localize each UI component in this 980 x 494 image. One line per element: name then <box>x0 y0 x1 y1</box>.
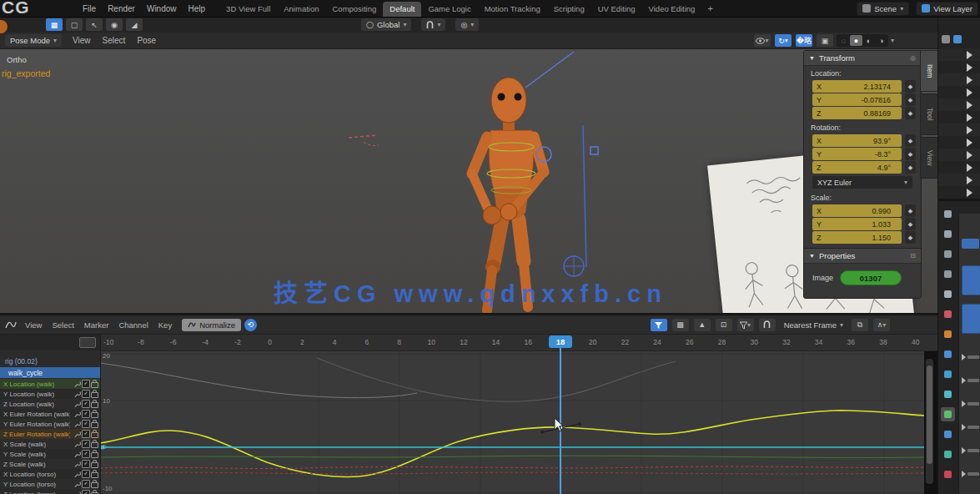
collapsed-panel-4[interactable] <box>962 424 966 431</box>
keyframe-decorator-scale-z[interactable]: ◆ <box>905 231 916 244</box>
properties-tab-object[interactable] <box>941 327 955 341</box>
scale-z-field[interactable]: Z1.150 <box>812 231 902 244</box>
location-z-field[interactable]: Z0.88169 <box>812 107 902 119</box>
expand-arrow-icon[interactable] <box>967 189 972 197</box>
snap-magnet-toggle[interactable] <box>759 319 776 331</box>
lock-icon[interactable] <box>91 442 98 448</box>
viewport-menu-pose[interactable]: Pose <box>131 36 162 45</box>
modifier-wrench-icon[interactable] <box>73 421 81 428</box>
lock-icon[interactable] <box>91 402 98 408</box>
channel-enable-checkbox[interactable]: ✓ <box>82 460 90 468</box>
keyframe-decorator-rotation-z[interactable]: ◆ <box>905 161 916 174</box>
shading-wireframe-icon[interactable]: ◌ <box>837 35 850 46</box>
channel-enable-checkbox[interactable]: ✓ <box>82 390 90 398</box>
channel-row-y-location-torso-[interactable]: Y Location (torso)✓ <box>0 479 100 489</box>
modifier-wrench-icon[interactable] <box>73 381 81 388</box>
collapsed-panel-6[interactable] <box>962 471 966 477</box>
location-x-field[interactable]: X2.13174 <box>812 80 902 93</box>
collapsed-panel-1[interactable] <box>962 354 966 360</box>
pinned-button[interactable] <box>962 239 979 249</box>
lock-icon[interactable] <box>91 452 98 458</box>
properties-tab-material[interactable] <box>941 467 955 481</box>
pin-icon[interactable]: ◎ <box>910 54 916 62</box>
mode-icon-4[interactable]: ◢ <box>126 18 143 31</box>
keyframe-decorator-rotation-x[interactable]: ◆ <box>905 134 916 147</box>
transform-panel-header[interactable]: ▼ Transform ◎ <box>804 51 921 66</box>
channel-row-y-location-walk-[interactable]: Y Location (walk)✓ <box>0 389 100 399</box>
lock-icon[interactable] <box>91 382 98 388</box>
expand-arrow-icon[interactable] <box>967 176 972 184</box>
channel-row-y-euler-rotation-walk-[interactable]: Y Euler Rotation (walk)✓ <box>0 419 100 429</box>
keyframe-decorator-scale-x[interactable]: ◆ <box>905 204 916 217</box>
scale-x-field[interactable]: X0.990 <box>812 204 902 217</box>
keyframe-decorator-scale-y[interactable]: ◆ <box>905 218 916 230</box>
channel-enable-checkbox[interactable]: ✓ <box>82 490 90 494</box>
modifier-wrench-icon[interactable] <box>73 441 81 448</box>
channel-row-x-euler-rotation-walk-[interactable]: X Euler Rotation (walk)✓ <box>0 409 100 419</box>
properties-tab-scene[interactable] <box>941 287 955 301</box>
outliner-row[interactable] <box>938 61 980 73</box>
workspace-tab-3d-view-full[interactable]: 3D View Full <box>219 2 277 17</box>
expand-arrow-icon[interactable] <box>967 126 972 134</box>
channel-row-x-scale-walk-[interactable]: X Scale (walk)✓ <box>0 439 100 449</box>
outliner-row[interactable] <box>938 73 980 86</box>
channel-object-row[interactable]: rig (00.02) <box>0 355 100 366</box>
modifier-wrench-icon[interactable] <box>73 411 81 418</box>
sidebar-tab-tool[interactable]: Tool <box>920 93 939 135</box>
properties-tab-particles[interactable] <box>941 407 955 421</box>
sidebar-tab-item[interactable]: Item <box>920 50 939 92</box>
channel-row-z-euler-rotation-walk-[interactable]: Z Euler Rotation (walk)✓ <box>0 429 100 439</box>
outliner-row[interactable] <box>938 48 980 61</box>
expand-arrow-icon[interactable] <box>967 76 972 84</box>
channel-enable-checkbox[interactable]: ✓ <box>82 470 90 478</box>
show-hidden-toggle[interactable]: ▩ <box>672 319 689 331</box>
snap-mode-dropdown[interactable]: Nearest Frame ▾ <box>780 319 847 331</box>
channel-enable-checkbox[interactable]: ✓ <box>82 450 90 458</box>
properties-tab-physics-sim[interactable] <box>941 427 955 441</box>
channel-enable-checkbox[interactable]: ✓ <box>82 380 90 388</box>
channel-enable-checkbox[interactable]: ✓ <box>82 430 90 438</box>
channel-enable-checkbox[interactable]: ✓ <box>82 440 90 448</box>
modifier-wrench-icon[interactable] <box>73 481 81 488</box>
modifier-wrench-icon[interactable] <box>73 461 81 468</box>
channel-row-x-location-walk-[interactable]: X Location (walk)✓ <box>0 379 100 389</box>
proportional-edit-toggle[interactable]: ◎ ▾ <box>455 18 479 31</box>
channel-row-z-location-torso-[interactable]: Z Location (torso)✓ <box>0 489 100 494</box>
graph-menu-marker[interactable]: Marker <box>79 320 114 330</box>
workspace-tab-game-logic[interactable]: Game Logic <box>421 2 477 17</box>
properties-tab-world[interactable] <box>941 307 955 321</box>
copy-keyframes-button[interactable]: ⧉ <box>852 319 868 331</box>
workspace-tab-uv-editing[interactable]: UV Editing <box>591 2 642 17</box>
proportional-falloff-dropdown[interactable]: ∧▾ <box>873 319 890 331</box>
transform-orientation-dropdown[interactable]: ◯ Global ▾ <box>361 18 411 31</box>
shading-solid-icon[interactable]: ● <box>850 35 862 46</box>
workspace-tab-motion-tracking[interactable]: Motion Tracking <box>478 2 547 17</box>
modifier-wrench-icon[interactable] <box>73 471 81 478</box>
expand-arrow-icon[interactable] <box>967 164 972 172</box>
channel-enable-checkbox[interactable]: ✓ <box>82 480 90 488</box>
view-layer-selector[interactable]: View Layer <box>916 2 978 16</box>
channel-enable-checkbox[interactable]: ✓ <box>82 400 90 408</box>
overlays-toggle[interactable]: �略 <box>796 34 812 47</box>
expand-arrow-icon[interactable] <box>967 101 972 109</box>
editor-divider[interactable] <box>938 199 980 201</box>
lock-icon[interactable] <box>91 462 98 468</box>
viewport-menu-select[interactable]: Select <box>97 36 132 45</box>
add-workspace-button[interactable]: + <box>701 2 718 15</box>
current-frame-badge[interactable]: 18 <box>549 335 572 348</box>
keyframe-decorator-location-x[interactable]: ◆ <box>905 80 916 93</box>
mode-icon-3[interactable]: ◉ <box>106 18 123 31</box>
graph-canvas[interactable] <box>100 350 924 494</box>
properties-tab-modifiers[interactable] <box>941 347 955 361</box>
collapsed-panel-3[interactable] <box>962 401 966 407</box>
topbar-menu-render[interactable]: Render <box>102 4 141 13</box>
frame-ruler[interactable]: -10-8-6-4-202468101214161820222426283032… <box>0 334 937 351</box>
channel-row-z-scale-walk-[interactable]: Z Scale (walk)✓ <box>0 459 100 469</box>
channel-row-z-location-walk-[interactable]: Z Location (walk)✓ <box>0 399 100 409</box>
properties-tab-render[interactable] <box>941 227 955 241</box>
properties-tab-physics[interactable] <box>941 367 955 381</box>
channel-enable-checkbox[interactable]: ✓ <box>82 420 90 428</box>
viewport-menu-view[interactable]: View <box>67 36 97 45</box>
scene-selector[interactable]: Scene ▾ <box>857 2 909 16</box>
show-sliders-toggle[interactable]: ⊡ <box>716 319 732 331</box>
